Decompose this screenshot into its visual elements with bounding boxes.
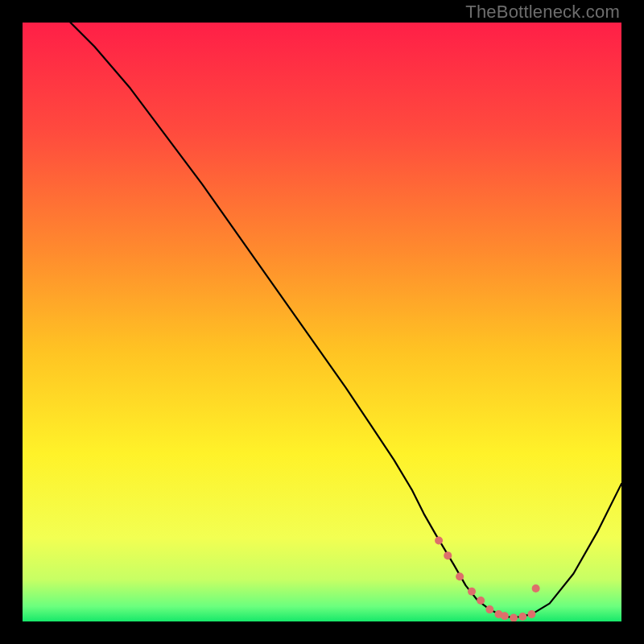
curve-marker bbox=[518, 613, 526, 621]
curve-marker bbox=[468, 588, 476, 596]
curve-marker bbox=[532, 584, 540, 592]
gradient-background bbox=[23, 23, 621, 621]
chart-frame: TheBottleneck.com bbox=[0, 0, 644, 644]
bottleneck-chart bbox=[23, 23, 621, 621]
curve-marker bbox=[477, 597, 485, 605]
watermark-text: TheBottleneck.com bbox=[465, 2, 620, 23]
curve-marker bbox=[456, 572, 464, 580]
curve-marker bbox=[444, 551, 452, 559]
curve-marker bbox=[485, 605, 493, 613]
curve-marker bbox=[501, 612, 509, 620]
curve-marker bbox=[435, 537, 443, 545]
curve-marker bbox=[527, 610, 535, 618]
